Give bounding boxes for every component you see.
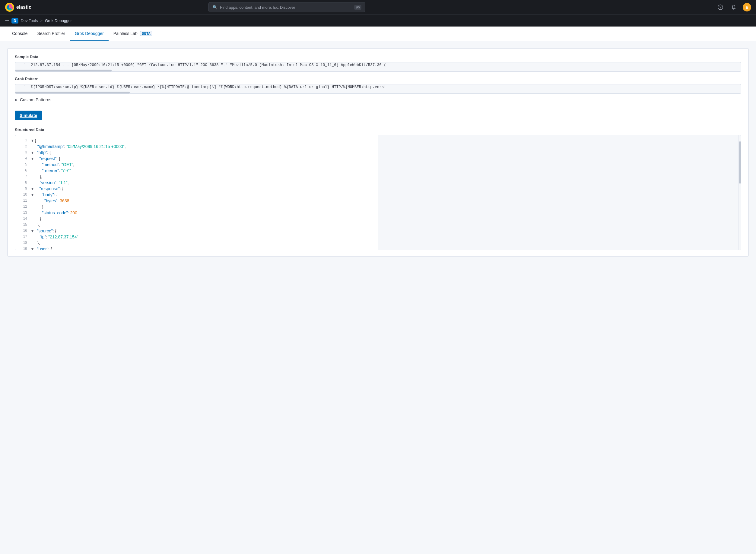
json-line-15: 15 }, (15, 222, 378, 228)
json-line-6: 6 "referrer": "\"-\"" (15, 168, 378, 174)
grok-pattern-line: 1 %{IPORHOST:source.ip} %{USER:user.id} … (15, 85, 741, 91)
json-line-12: 12 }, (15, 204, 378, 210)
top-nav: elastic 🔍 Find apps, content, and more. … (0, 0, 756, 14)
grok-pattern-scrollbar-track[interactable] (15, 91, 741, 94)
json-line-4: 4 ▾ "request": { (15, 156, 378, 162)
grok-pattern-scrollbar-thumb[interactable] (15, 92, 130, 94)
grok-pattern-text: %{IPORHOST:source.ip} %{USER:user.id} %{… (31, 85, 386, 89)
json-line-10: 10 ▾ "body": { (15, 192, 378, 198)
tab-console[interactable]: Console (7, 26, 32, 41)
collapse-icon-4[interactable]: ▾ (32, 156, 34, 161)
main-content: Sample Data 1 212.87.37.154 - - [05/May/… (0, 41, 756, 554)
collapse-icon-9[interactable]: ▾ (32, 186, 34, 191)
breadcrumb-badge: D (11, 18, 18, 23)
json-line-8: 8 "version": "1.1", (15, 180, 378, 186)
vertical-scrollbar-thumb[interactable] (739, 142, 741, 183)
json-line-17: 17 "ip": "212.87.37.154" (15, 234, 378, 240)
tab-painless-lab[interactable]: Painless Lab BETA (109, 26, 157, 41)
custom-patterns-label: Custom Patterns (20, 97, 51, 102)
json-line-16: 16 ▾ "source": { (15, 228, 378, 234)
elastic-logo-icon (5, 2, 14, 12)
search-placeholder: Find apps, content, and more. Ex: Discov… (220, 5, 352, 10)
collapse-icon-1[interactable]: ▾ (32, 138, 34, 143)
json-line-3: 3 ▾ "http": { (15, 150, 378, 156)
empty-right-panel (378, 135, 739, 250)
tab-bar: Console Search Profiler Grok Debugger Pa… (0, 26, 756, 41)
search-shortcut: ⌘/ (354, 5, 361, 10)
breadcrumb: D Dev Tools > Grok Debugger (11, 18, 72, 23)
svg-text:?: ? (719, 5, 721, 9)
tab-search-profiler[interactable]: Search Profiler (32, 26, 70, 41)
json-line-2: 2 "@timestamp": "05/May/2099:16:21:15 +0… (15, 144, 378, 150)
help-icon[interactable]: ? (716, 3, 724, 11)
collapse-icon-19[interactable]: ▾ (32, 246, 34, 250)
json-line-9: 9 ▾ "response": { (15, 186, 378, 192)
json-line-5: 5 "method": "GET", (15, 162, 378, 168)
sample-data-scrollbar-thumb[interactable] (15, 70, 112, 71)
beta-badge: BETA (140, 31, 152, 36)
grok-debugger-card: Sample Data 1 212.87.37.154 - - [05/May/… (7, 48, 749, 257)
sample-data-line: 1 212.87.37.154 - - [05/May/2099:16:21:1… (15, 62, 741, 69)
sample-data-label: Sample Data (15, 55, 741, 59)
json-line-7: 7 }, (15, 174, 378, 180)
nav-icons: ? E (716, 3, 751, 11)
sample-data-scrollbar-track[interactable] (15, 69, 741, 71)
json-line-19: 19 ▾ "user": { (15, 246, 378, 250)
collapse-icon-10[interactable]: ▾ (32, 192, 34, 197)
structured-data-container: 1 ▾ { 2 "@timestamp": "05/May/2099:16:21… (15, 135, 741, 250)
json-line-18: 18 }, (15, 240, 378, 246)
elastic-logo-text: elastic (16, 4, 32, 10)
structured-data-section: Structured Data 1 ▾ { 2 "@timestamp": "0… (15, 127, 741, 250)
bell-icon[interactable] (729, 3, 738, 11)
breadcrumb-parent[interactable]: Dev Tools (21, 18, 38, 23)
breadcrumb-bar: ☰ D Dev Tools > Grok Debugger (0, 14, 756, 26)
json-line-13: 13 "status_code": 200 (15, 210, 378, 216)
grok-pattern-label: Grok Pattern (15, 76, 741, 81)
tab-grok-debugger[interactable]: Grok Debugger (70, 26, 109, 41)
global-search[interactable]: 🔍 Find apps, content, and more. Ex: Disc… (208, 2, 365, 12)
sample-data-text: 212.87.37.154 - - [05/May/2099:16:21:15 … (31, 63, 386, 67)
user-avatar[interactable]: E (743, 3, 751, 11)
simulate-button[interactable]: Simulate (15, 111, 42, 120)
hamburger-menu[interactable]: ☰ (5, 18, 9, 23)
breadcrumb-current: Grok Debugger (45, 18, 72, 23)
collapse-icon-3[interactable]: ▾ (32, 150, 34, 155)
json-line-11: 11 "bytes": 3638 (15, 198, 378, 204)
breadcrumb-separator: > (40, 18, 43, 23)
search-icon: 🔍 (212, 5, 217, 10)
right-panel (378, 135, 741, 250)
custom-patterns-toggle[interactable]: ▶ Custom Patterns (15, 94, 741, 106)
structured-data-label: Structured Data (15, 127, 741, 132)
json-output-panel[interactable]: 1 ▾ { 2 "@timestamp": "05/May/2099:16:21… (15, 135, 378, 250)
sample-data-editor[interactable]: 1 212.87.37.154 - - [05/May/2099:16:21:1… (15, 62, 741, 72)
collapse-icon-16[interactable]: ▾ (32, 228, 34, 233)
chevron-right-icon: ▶ (15, 98, 17, 102)
elastic-logo: elastic (5, 2, 32, 12)
json-line-1: 1 ▾ { (15, 138, 378, 144)
grok-pattern-editor[interactable]: 1 %{IPORHOST:source.ip} %{USER:user.id} … (15, 84, 741, 94)
json-line-14: 14 } (15, 216, 378, 222)
vertical-scrollbar[interactable] (739, 135, 741, 250)
